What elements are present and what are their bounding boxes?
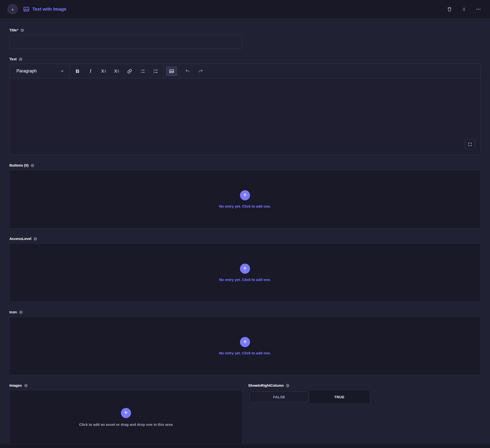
block-style-value: Paragraph xyxy=(17,69,37,74)
history-group xyxy=(180,64,208,78)
bottom-row: Images + Click to add an asset or drag a… xyxy=(9,383,481,444)
plus-icon: + xyxy=(243,192,247,198)
upload-hint-text: Click to add an asset or drag and drop o… xyxy=(79,422,173,427)
bullet-list-button[interactable] xyxy=(136,64,149,79)
images-label: Images xyxy=(9,383,22,388)
images-label-row: Images xyxy=(9,383,242,388)
link-icon xyxy=(127,69,132,74)
image-icon xyxy=(169,69,174,74)
redo-icon xyxy=(198,69,203,74)
access-level-field: AccessLevel + No entry yet. Click to add… xyxy=(9,237,481,302)
numbered-list-icon: 1 2 xyxy=(153,69,158,74)
header-actions xyxy=(446,6,482,13)
bold-button[interactable]: B xyxy=(71,64,84,79)
show-in-right-column-label-row: ShowInRightColumn xyxy=(248,383,481,388)
add-button-entry[interactable]: + xyxy=(240,190,250,200)
buttons-label: Buttons (0) xyxy=(9,163,28,167)
numbered-list-button[interactable]: 1 2 xyxy=(149,64,162,79)
header-left: ▲ Text with Image xyxy=(7,4,66,15)
ellipsis-icon xyxy=(476,7,481,12)
title-group: Text with Image xyxy=(23,6,66,12)
italic-button[interactable]: I xyxy=(84,64,97,79)
plus-icon: + xyxy=(243,338,247,345)
undo-button[interactable] xyxy=(181,64,194,79)
editor-content-area[interactable] xyxy=(10,79,480,155)
picture-icon xyxy=(23,6,29,12)
svg-text:2: 2 xyxy=(154,71,155,73)
drag-dots-icon xyxy=(462,7,466,12)
text-label-row: Text xyxy=(9,57,481,61)
superscript-button[interactable]: X2 xyxy=(110,64,123,79)
rich-text-editor: Paragraph B I X2 X2 xyxy=(9,64,481,155)
text-label: Text xyxy=(9,57,17,61)
show-in-right-column-label: ShowInRightColumn xyxy=(248,383,284,388)
plus-icon: + xyxy=(243,265,247,272)
formatting-group: B I X2 X2 xyxy=(70,64,163,78)
plus-icon: + xyxy=(124,409,128,416)
redo-button[interactable] xyxy=(194,64,207,79)
title-label-row: Title* xyxy=(9,28,481,32)
globe-icon xyxy=(286,384,289,387)
access-level-label: AccessLevel xyxy=(9,237,31,241)
globe-icon xyxy=(19,310,23,314)
globe-icon xyxy=(19,57,22,61)
undo-icon xyxy=(185,69,190,74)
buttons-field: Buttons (0) + No entry yet. Click to add… xyxy=(9,163,481,228)
link-button[interactable] xyxy=(123,64,136,79)
expand-editor-button[interactable] xyxy=(465,139,475,149)
globe-icon xyxy=(20,28,24,32)
required-asterisk: * xyxy=(17,28,18,32)
component-body: Title* Text xyxy=(0,18,490,444)
title-input[interactable] xyxy=(9,35,242,49)
editor-toolbar: Paragraph B I X2 X2 xyxy=(10,64,480,79)
collapse-button[interactable]: ▲ xyxy=(7,4,18,15)
toggle-option-true[interactable]: TRUE xyxy=(310,391,369,402)
more-options-button[interactable] xyxy=(475,6,482,13)
empty-state-text: No entry yet. Click to add one. xyxy=(219,351,271,355)
svg-text:1: 1 xyxy=(154,69,155,71)
add-access-level-entry[interactable]: + xyxy=(240,264,250,274)
insert-image-button[interactable] xyxy=(166,66,177,76)
icon-empty-area[interactable]: + No entry yet. Click to add one. xyxy=(9,317,481,375)
bullet-list-icon xyxy=(140,69,145,74)
title-label: Title* xyxy=(9,28,18,32)
text-with-image-component-card: ▲ Text with Image xyxy=(0,0,490,444)
globe-icon xyxy=(34,237,37,241)
trash-icon xyxy=(447,7,452,12)
empty-state-text: No entry yet. Click to add one. xyxy=(219,204,271,208)
empty-state-text: No entry yet. Click to add one. xyxy=(219,278,271,282)
component-title: Text with Image xyxy=(32,7,66,12)
icon-field: Icon + No entry yet. Click to add one. xyxy=(9,310,481,375)
buttons-empty-area[interactable]: + No entry yet. Click to add one. xyxy=(9,170,481,228)
expand-icon xyxy=(468,142,472,147)
show-in-right-column-field: ShowInRightColumn FALSE TRUE xyxy=(248,383,481,444)
component-header: ▲ Text with Image xyxy=(0,0,490,18)
icon-label: Icon xyxy=(9,310,17,314)
text-field: Text Paragraph B I xyxy=(9,57,481,155)
images-field: Images + Click to add an asset or drag a… xyxy=(9,383,242,444)
caret-up-icon: ▲ xyxy=(11,8,14,11)
toolbar-divider xyxy=(163,64,164,78)
drag-handle[interactable] xyxy=(461,6,467,13)
access-level-empty-area[interactable]: + No entry yet. Click to add one. xyxy=(9,243,481,302)
chevron-down-icon xyxy=(60,69,64,73)
buttons-label-row: Buttons (0) xyxy=(9,163,481,167)
block-style-select[interactable]: Paragraph xyxy=(10,64,70,78)
icon-label-row: Icon xyxy=(9,310,481,314)
images-upload-area[interactable]: + Click to add an asset or drag and drop… xyxy=(9,390,242,444)
access-level-label-row: AccessLevel xyxy=(9,237,481,241)
add-asset-button[interactable]: + xyxy=(121,408,131,418)
add-icon-entry[interactable]: + xyxy=(240,337,250,347)
delete-button[interactable] xyxy=(446,6,453,13)
subscript-button[interactable]: X2 xyxy=(97,64,110,79)
title-field: Title* xyxy=(9,28,481,49)
globe-icon xyxy=(31,164,34,167)
toggle-option-false[interactable]: FALSE xyxy=(249,391,309,402)
boolean-toggle: FALSE TRUE xyxy=(248,390,370,404)
globe-icon xyxy=(24,384,28,387)
